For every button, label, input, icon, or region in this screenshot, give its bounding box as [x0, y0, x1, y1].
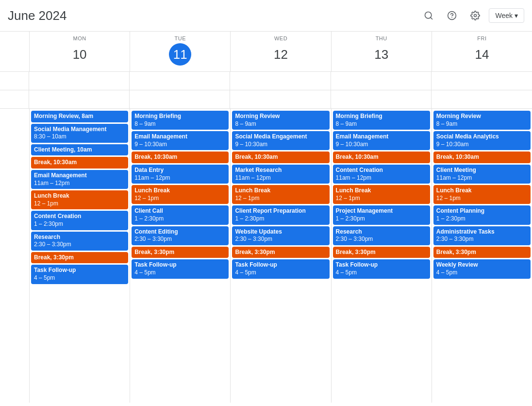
event-title: Morning Briefing [134, 113, 226, 120]
event-time: 1 – 2:30pm [336, 215, 427, 223]
calendar-event[interactable]: Break, 3:30pm [132, 247, 229, 258]
event-time: 1 – 2:30pm [235, 215, 326, 223]
calendar-event[interactable]: Website Updates2:30 – 3:30pm [232, 226, 329, 245]
event-time: 11am – 12pm [134, 174, 226, 182]
calendar-event[interactable]: Morning Review, 8am [31, 111, 128, 122]
event-title: Break, 3:30pm [436, 249, 528, 256]
day-header-12: WED12 [230, 32, 331, 71]
event-time: 2:30 – 3:30pm [235, 236, 326, 243]
day-header-13: THU13 [331, 32, 432, 71]
calendar-event[interactable]: Research2:30 – 3:30pm [333, 226, 430, 245]
calendar-event[interactable]: Break, 10:30am [31, 157, 128, 169]
calendar-event[interactable]: Lunch Break12 – 1pm [333, 185, 430, 204]
calendar-event[interactable]: Task Follow-up4 – 5pm [132, 259, 229, 278]
day-label: FRI [432, 35, 532, 41]
header-icons: Week ▾ [419, 6, 524, 25]
calendar-event[interactable]: Break, 10:30am [433, 152, 531, 163]
calendar-event[interactable]: Lunch Break12 – 1pm [232, 185, 329, 204]
event-title: Content Planning [436, 207, 528, 215]
day-number[interactable]: 11 [169, 43, 191, 66]
calendar-event[interactable]: Content Creation11am – 12pm [333, 165, 430, 184]
calendar-event[interactable]: Social Media Engagement9 – 10:30am [232, 131, 329, 150]
event-time: 8 – 9am [336, 120, 427, 128]
calendar-event[interactable]: Break, 3:30pm [232, 247, 329, 258]
calendar-event[interactable]: Social Media Analytics9 – 10:30am [433, 131, 531, 150]
calendar-event[interactable]: Client Report Preparation1 – 2:30pm [232, 205, 329, 224]
event-col-1: Morning Briefing8 – 9amEmail Management9… [130, 109, 230, 403]
event-title: Task Follow-up [336, 261, 427, 269]
calendar-event[interactable]: Break, 10:30am [333, 152, 430, 163]
event-title: Break, 10:30am [336, 153, 427, 161]
event-title: Client Report Preparation [235, 207, 326, 215]
calendar-event[interactable]: Client Call1 – 2:30pm [132, 205, 229, 224]
calendar-event[interactable]: Break, 10:30am [132, 152, 229, 163]
event-title: Email Management [34, 172, 125, 180]
calendar-event[interactable]: Task Follow-up4 – 5pm [333, 259, 430, 278]
event-time: 1 – 2:30pm [436, 215, 528, 223]
event-title: Task Follow-up [235, 261, 326, 269]
event-title: Task Follow-up [134, 261, 226, 269]
calendar-event[interactable]: Data Entry11am – 12pm [132, 165, 229, 184]
calendar-event[interactable]: Content Editing2:30 – 3:30pm [132, 226, 229, 245]
calendar-title: June 2024 [8, 8, 419, 23]
event-title: Break, 10:30am [134, 153, 226, 161]
day-number[interactable]: 14 [471, 43, 493, 66]
help-button[interactable] [442, 6, 462, 25]
calendar-event[interactable]: Project Management1 – 2:30pm [333, 205, 430, 224]
calendar-event[interactable]: Lunch Break12 – 1pm [31, 190, 128, 209]
calendar-event[interactable]: Break, 3:30pm [31, 252, 128, 264]
event-title: Project Management [336, 207, 427, 215]
event-time: 12 – 1pm [235, 195, 326, 203]
calendar-event[interactable]: Lunch Break12 – 1pm [433, 185, 531, 204]
calendar-event[interactable]: Task Follow-up4 – 5pm [31, 265, 128, 284]
calendar-event[interactable]: Market Research11am – 12pm [232, 165, 329, 184]
calendar-event[interactable]: Administrative Tasks2:30 – 3:30pm [433, 226, 531, 245]
event-col-0: Morning Review, 8amSocial Media Manageme… [29, 109, 130, 403]
event-title: Lunch Break [34, 192, 125, 200]
event-title: Break, 3:30pm [336, 249, 427, 256]
calendar-event[interactable]: Break, 10:30am [232, 152, 329, 163]
event-title: Data Entry [134, 167, 226, 174]
day-number[interactable]: 12 [269, 43, 292, 66]
calendar-event[interactable]: Lunch Break12 – 1pm [132, 185, 229, 204]
event-title: Break, 3:30pm [34, 254, 125, 262]
calendar-event[interactable]: Social Media Management8:30 – 10am [31, 124, 128, 143]
calendar-event[interactable]: Email Management9 – 10:30am [132, 131, 229, 150]
event-time: 4 – 5pm [436, 269, 528, 277]
calendar-event[interactable]: Research2:30 – 3:30pm [31, 232, 128, 251]
week-view-button[interactable]: Week ▾ [489, 8, 524, 23]
calendar-event[interactable]: Client Meeting11am – 12pm [433, 165, 531, 184]
event-title: Social Media Engagement [235, 133, 326, 141]
day-header-14: FRI14 [432, 32, 532, 71]
calendar-event[interactable]: Break, 3:30pm [433, 247, 531, 258]
calendar-event[interactable]: Email Management9 – 10:30am [333, 131, 430, 150]
calendar-event[interactable]: Morning Briefing8 – 9am [132, 111, 229, 130]
search-button[interactable] [419, 6, 438, 25]
event-title: Morning Review, 8am [34, 113, 125, 120]
event-title: Break, 3:30pm [235, 249, 326, 256]
event-time: 8 – 9am [436, 120, 528, 128]
event-time: 12 – 1pm [336, 195, 427, 203]
event-title: Client Meeting, 10am [34, 146, 125, 154]
calendar-event[interactable]: Content Planning1 – 2:30pm [433, 205, 531, 224]
event-title: Break, 3:30pm [134, 249, 226, 256]
calendar-event[interactable]: Break, 3:30pm [333, 247, 430, 258]
calendar-event[interactable]: Email Management11am – 12pm [31, 170, 128, 189]
calendar-event[interactable]: Weekly Review4 – 5pm [433, 259, 531, 278]
event-title: Client Call [134, 207, 226, 215]
calendar-event[interactable]: Morning Briefing8 – 9am [333, 111, 430, 130]
settings-button[interactable] [466, 6, 485, 25]
day-number[interactable]: 10 [68, 43, 91, 66]
calendar-event[interactable]: Client Meeting, 10am [31, 144, 128, 156]
svg-line-1 [431, 17, 432, 19]
event-col-2: Morning Review8 – 9amSocial Media Engage… [230, 109, 331, 403]
calendar-event[interactable]: Task Follow-up4 – 5pm [232, 259, 329, 278]
day-label: TUE [130, 35, 230, 41]
day-number[interactable]: 13 [370, 43, 393, 66]
calendar-event[interactable]: Morning Review8 – 9am [433, 111, 531, 130]
calendar-event[interactable]: Morning Review8 – 9am [232, 111, 329, 130]
event-title: Lunch Break [235, 187, 326, 195]
header: June 2024 Week ▾ [0, 0, 532, 32]
calendar-event[interactable]: Content Creation1 – 2:30pm [31, 211, 128, 230]
event-title: Content Creation [336, 167, 427, 174]
